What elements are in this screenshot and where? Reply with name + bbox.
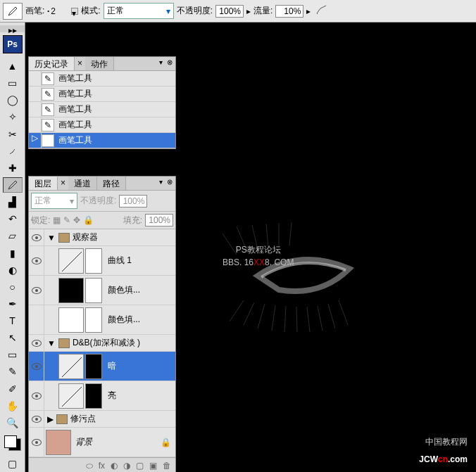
- visibility-toggle[interactable]: [29, 229, 44, 245]
- layer-row[interactable]: 颜色填...: [29, 305, 175, 335]
- layer-group[interactable]: ▶ 修污点: [29, 411, 175, 428]
- history-item[interactable]: ✎画笔工具: [29, 102, 175, 117]
- hand-tool[interactable]: ✋: [3, 398, 23, 414]
- tab-layers[interactable]: 图层: [29, 177, 58, 190]
- layer-mask[interactable]: [85, 354, 102, 379]
- layer-group[interactable]: ▼ 观察器: [29, 229, 175, 246]
- stamp-tool[interactable]: ▟: [3, 194, 23, 210]
- tab-history[interactable]: 历史记录: [29, 57, 75, 70]
- layer-row[interactable]: 颜色填...: [29, 276, 175, 305]
- lock-position-icon[interactable]: ✥: [73, 215, 80, 225]
- tab-actions[interactable]: 动作: [85, 57, 114, 70]
- group-expand-icon[interactable]: ▼: [47, 338, 56, 348]
- brush-tool-icon[interactable]: [3, 3, 23, 20]
- history-item[interactable]: ✎画笔工具: [29, 117, 175, 133]
- layer-row[interactable]: 亮: [29, 381, 175, 411]
- layer-row[interactable]: 曲线 1: [29, 246, 175, 276]
- path-tool[interactable]: ↖: [3, 330, 23, 345]
- notes-tool[interactable]: ✎: [3, 364, 23, 379]
- visibility-toggle[interactable]: [29, 381, 44, 410]
- layer-thumbnail[interactable]: [58, 278, 84, 303]
- eyedropper-tool[interactable]: ✐: [3, 381, 23, 397]
- layer-row[interactable]: 背景 🔒: [29, 428, 175, 457]
- brush-tool[interactable]: [3, 177, 23, 193]
- group-expand-icon[interactable]: ▶: [47, 414, 54, 424]
- blur-tool[interactable]: ◐: [3, 262, 23, 278]
- lock-label: 锁定:: [31, 215, 50, 227]
- flow-arrow-icon[interactable]: ▸: [306, 6, 311, 16]
- delete-icon[interactable]: 🗑: [163, 461, 171, 471]
- lock-all-icon[interactable]: 🔒: [83, 215, 94, 225]
- color-swatch[interactable]: [4, 435, 21, 451]
- mask-icon[interactable]: ◐: [111, 461, 118, 471]
- opacity-input[interactable]: 100%: [215, 5, 244, 18]
- layer-thumbnail[interactable]: [58, 307, 84, 333]
- eraser-tool[interactable]: ▱: [3, 228, 23, 243]
- layer-row[interactable]: 暗: [29, 352, 175, 381]
- blend-mode-select[interactable]: 正常 ▾: [104, 3, 174, 19]
- marquee-tool[interactable]: ▭: [3, 75, 23, 91]
- quickmask-tool[interactable]: ▢: [3, 456, 23, 471]
- move-tool[interactable]: ▲: [3, 58, 23, 74]
- gradient-tool[interactable]: ▮: [3, 245, 23, 261]
- visibility-toggle[interactable]: [29, 428, 44, 457]
- tools-panel: ▸▸ Ps ▲ ▭ ◯ ✧ ✂ ⟋ ✚ ▟ ↶ ▱ ▮ ◐ ○ ✒ T ↖ ▭ …: [0, 23, 25, 472]
- history-brush-tool[interactable]: ↶: [3, 211, 23, 227]
- visibility-toggle[interactable]: [29, 305, 44, 334]
- panel-close-icon[interactable]: ⊗: [167, 58, 173, 66]
- link-layers-icon[interactable]: ⬭: [86, 461, 93, 471]
- foreground-color[interactable]: [4, 435, 17, 448]
- brush-dropdown-icon[interactable]: ▾: [71, 8, 78, 15]
- panel-close-icon[interactable]: ⊗: [167, 178, 173, 186]
- tab-channels[interactable]: 通道: [68, 177, 97, 190]
- visibility-toggle[interactable]: [29, 352, 44, 381]
- layer-mask[interactable]: [85, 278, 102, 303]
- tools-collapse-icon[interactable]: ▸▸: [0, 25, 25, 32]
- zoom-tool[interactable]: 🔍: [3, 415, 23, 430]
- visibility-toggle[interactable]: [29, 335, 44, 351]
- flow-input[interactable]: 10%: [275, 5, 303, 18]
- group-expand-icon[interactable]: ▼: [47, 233, 56, 243]
- history-item[interactable]: ✎画笔工具: [29, 87, 175, 102]
- visibility-toggle[interactable]: [29, 276, 44, 305]
- dodge-tool[interactable]: ○: [3, 279, 23, 295]
- layer-group[interactable]: ▼ D&B(加深和减淡 ): [29, 335, 175, 352]
- airbrush-icon[interactable]: [316, 5, 329, 17]
- layer-thumbnail[interactable]: [58, 248, 84, 274]
- tab-close-x[interactable]: ×: [75, 57, 85, 70]
- layer-thumbnail[interactable]: [58, 354, 84, 379]
- fx-icon[interactable]: fx: [99, 461, 105, 471]
- slice-tool[interactable]: ⟋: [3, 143, 23, 159]
- layer-thumbnail[interactable]: [58, 383, 84, 409]
- pen-tool[interactable]: ✒: [3, 296, 23, 312]
- lock-pixels-icon[interactable]: ✎: [63, 215, 70, 225]
- wand-tool[interactable]: ✧: [3, 109, 23, 125]
- group-icon[interactable]: ▢: [136, 461, 144, 471]
- new-layer-icon[interactable]: ▣: [149, 461, 157, 471]
- lasso-tool[interactable]: ◯: [3, 92, 23, 108]
- history-item[interactable]: ▷✎画笔工具: [29, 133, 175, 148]
- layer-opacity-input[interactable]: 100%: [119, 195, 147, 208]
- layer-blend-select[interactable]: 正常▾: [31, 193, 77, 209]
- visibility-toggle[interactable]: [29, 411, 44, 427]
- fill-input[interactable]: 100%: [145, 214, 173, 227]
- tab-close-x[interactable]: ×: [58, 177, 68, 190]
- adjustment-icon[interactable]: ◑: [123, 461, 130, 471]
- visibility-toggle[interactable]: [29, 246, 44, 275]
- shape-tool[interactable]: ▭: [3, 347, 23, 362]
- layer-name: 背景: [75, 436, 92, 448]
- opacity-arrow-icon[interactable]: ▸: [246, 6, 251, 16]
- layer-mask[interactable]: [85, 383, 102, 409]
- panel-menu-icon[interactable]: ▾: [159, 178, 163, 186]
- history-item[interactable]: ✎画笔工具: [29, 71, 175, 87]
- layer-mask[interactable]: [85, 248, 102, 274]
- heal-tool[interactable]: ✚: [3, 160, 23, 176]
- crop-tool[interactable]: ✂: [3, 126, 23, 141]
- brush-size-preview[interactable]: • 2: [47, 6, 68, 16]
- layer-mask[interactable]: [85, 307, 102, 333]
- lock-transparent-icon[interactable]: ▦: [53, 215, 61, 225]
- type-tool[interactable]: T: [3, 313, 23, 329]
- panel-menu-icon[interactable]: ▾: [159, 58, 163, 66]
- layer-thumbnail[interactable]: [46, 430, 71, 455]
- tab-paths[interactable]: 路径: [97, 177, 126, 190]
